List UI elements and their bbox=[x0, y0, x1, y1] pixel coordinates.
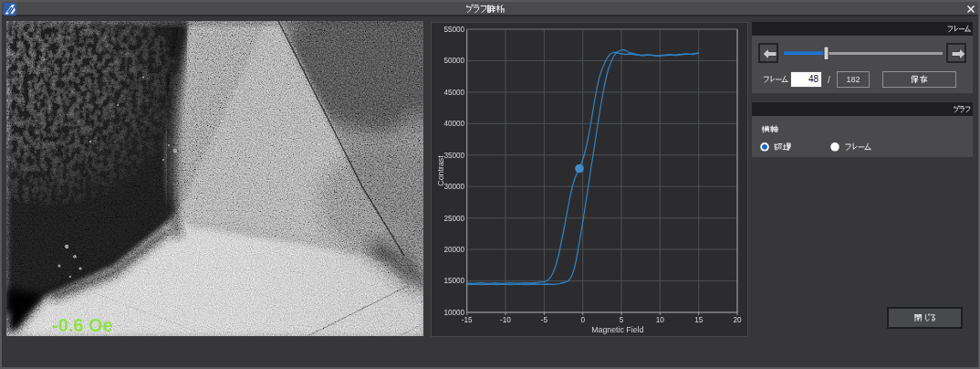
svg-text:Contrast: Contrast bbox=[436, 155, 445, 186]
svg-text:50000: 50000 bbox=[443, 57, 464, 65]
svg-text:40000: 40000 bbox=[443, 120, 464, 128]
svg-text:-0.6 Oe: -0.6 Oe bbox=[52, 315, 113, 335]
svg-text:5: 5 bbox=[620, 316, 624, 324]
svg-text:0: 0 bbox=[580, 316, 585, 324]
svg-text:10: 10 bbox=[656, 316, 665, 324]
svg-text:15: 15 bbox=[694, 316, 704, 324]
svg-text:55000: 55000 bbox=[443, 26, 464, 34]
svg-text:-5: -5 bbox=[541, 316, 548, 324]
svg-text:Magnetic Field: Magnetic Field bbox=[591, 325, 643, 334]
svg-text:30000: 30000 bbox=[443, 183, 464, 191]
svg-text:-10: -10 bbox=[500, 316, 511, 324]
svg-text:20: 20 bbox=[733, 316, 742, 324]
svg-text:45000: 45000 bbox=[443, 89, 464, 97]
svg-text:35000: 35000 bbox=[443, 152, 464, 160]
svg-text:-15: -15 bbox=[462, 316, 473, 324]
svg-text:25000: 25000 bbox=[443, 215, 464, 223]
svg-text:15000: 15000 bbox=[443, 277, 464, 285]
svg-text:20000: 20000 bbox=[443, 246, 464, 254]
